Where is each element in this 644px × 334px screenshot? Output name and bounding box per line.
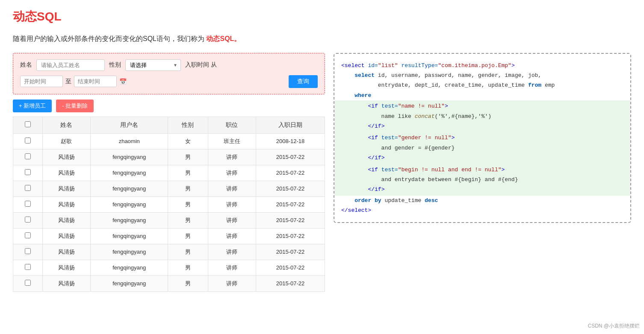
query-button[interactable]: 查询 — [289, 75, 318, 88]
code-line-10: </if> — [341, 153, 623, 163]
row-position-5: 讲师 — [208, 212, 256, 228]
row-checkbox-input-7[interactable] — [25, 248, 31, 254]
col-date: 入职日期 — [256, 117, 325, 133]
subtitle-highlight: 动态SQL。 — [206, 35, 241, 42]
row-username-3: fengqingyang — [91, 181, 168, 196]
row-checkbox-input-8[interactable] — [25, 264, 31, 270]
row-checkbox-4 — [13, 196, 43, 212]
table-row: 风清扬 fengqingyang 男 讲师 2015-07-22 — [13, 212, 325, 228]
row-position-8: 讲师 — [208, 260, 256, 275]
row-checkbox-input-0[interactable] — [25, 138, 31, 144]
row-gender-9: 男 — [168, 275, 208, 291]
gender-select[interactable]: 请选择 男 女 — [125, 59, 181, 71]
row-position-2: 讲师 — [208, 165, 256, 181]
row-date-1: 2015-07-22 — [256, 149, 325, 165]
row-gender-5: 男 — [168, 212, 208, 228]
green-section-2: <if test="gender != null"> and gender = … — [334, 132, 630, 164]
date-end-input[interactable] — [74, 76, 117, 87]
row-checkbox-6 — [13, 228, 43, 244]
code-line-6: name like concat('%',#{name},'%') — [341, 111, 623, 121]
row-gender-3: 男 — [168, 181, 208, 196]
row-gender-2: 男 — [168, 165, 208, 181]
row-date-6: 2015-07-22 — [256, 228, 325, 244]
row-checkbox-8 — [13, 260, 43, 275]
code-line-14: order by update_time desc — [341, 196, 623, 205]
row-gender-8: 男 — [168, 260, 208, 275]
row-checkbox-input-6[interactable] — [25, 232, 31, 238]
table-row: 风清扬 fengqingyang 男 讲师 2015-07-22 — [13, 275, 325, 291]
add-employee-button[interactable]: + 新增员工 — [13, 100, 52, 112]
row-checkbox-2 — [13, 165, 43, 181]
subtitle-text: 随着用户的输入或外部条件的变化而变化的SQL语句，我们称为 — [13, 35, 206, 42]
row-gender-1: 男 — [168, 149, 208, 165]
row-date-7: 2015-07-22 — [256, 244, 325, 260]
page-title: 动态SQL — [13, 9, 631, 25]
table-row: 风清扬 fengqingyang 男 讲师 2015-07-22 — [13, 181, 325, 196]
search-bar: 姓名 性别 请选择 男 女 入职时间 从 至 📅 查询 — [13, 53, 325, 94]
row-date-9: 2015-07-22 — [256, 275, 325, 291]
col-checkbox — [13, 117, 43, 133]
row-username-5: fengqingyang — [91, 212, 168, 228]
row-name-9: 风清扬 — [42, 275, 91, 291]
row-checkbox-5 — [13, 212, 43, 228]
row-date-5: 2015-07-22 — [256, 212, 325, 228]
row-username-7: fengqingyang — [91, 244, 168, 260]
code-line-2: select id, username, password, name, gen… — [341, 70, 623, 80]
row-checkbox-input-4[interactable] — [25, 201, 31, 207]
row-username-1: fengqingyang — [91, 149, 168, 165]
row-checkbox-1 — [13, 149, 43, 165]
code-line-9: and gender = #{gender} — [341, 143, 623, 153]
row-name-1: 风清扬 — [42, 149, 91, 165]
batch-delete-button[interactable]: - 批量删除 — [56, 100, 94, 112]
green-section-1: <if test="name != null"> name like conca… — [334, 100, 630, 132]
code-line-5: <if test="name != null"> — [341, 101, 623, 111]
code-line-1: <select id="list" resultType="com.itheim… — [341, 61, 623, 70]
name-input[interactable] — [36, 59, 105, 71]
code-line-13: </if> — [341, 185, 623, 194]
row-checkbox-input-9[interactable] — [25, 280, 31, 286]
toolbar: + 新增员工 - 批量删除 — [13, 100, 325, 112]
table-row: 风清扬 fengqingyang 男 讲师 2015-07-22 — [13, 228, 325, 244]
row-checkbox-input-1[interactable] — [25, 153, 31, 159]
date-to-label: 至 — [65, 78, 71, 85]
row-position-0: 班主任 — [208, 133, 256, 149]
row-position-7: 讲师 — [208, 244, 256, 260]
row-checkbox-input-3[interactable] — [25, 185, 31, 191]
row-checkbox-9 — [13, 275, 43, 291]
gender-label: 性别 — [109, 61, 121, 69]
table-body: 赵歌 zhaomin 女 班主任 2008-12-18 风清扬 fengqing… — [13, 133, 325, 291]
row-position-9: 讲师 — [208, 275, 256, 291]
table-header-row: 姓名 用户名 性别 职位 入职日期 — [13, 117, 325, 133]
date-range: 至 📅 — [20, 76, 127, 87]
row-name-5: 风清扬 — [42, 212, 91, 228]
row-checkbox-7 — [13, 244, 43, 260]
row-checkbox-input-2[interactable] — [25, 169, 31, 175]
row-date-8: 2015-07-22 — [256, 260, 325, 275]
row-position-3: 讲师 — [208, 181, 256, 196]
code-line-12: and entrydate between #{begin} and #{end… — [341, 175, 623, 185]
gender-select-wrapper: 请选择 男 女 — [125, 59, 181, 71]
table-row: 风清扬 fengqingyang 男 讲师 2015-07-22 — [13, 165, 325, 181]
row-username-8: fengqingyang — [91, 260, 168, 275]
row-username-0: zhaomin — [91, 133, 168, 149]
calendar-icon: 📅 — [119, 78, 127, 85]
date-start-input[interactable] — [20, 76, 63, 87]
code-line-8: <if test="gender != null"> — [341, 133, 623, 143]
code-line-11: <if test="begin != null and end != null"… — [341, 165, 623, 175]
row-checkbox-input-5[interactable] — [25, 217, 31, 223]
select-all-checkbox[interactable] — [25, 121, 31, 127]
row-name-0: 赵歌 — [42, 133, 91, 149]
green-section-3: <if test="begin != null and end != null"… — [334, 164, 630, 196]
row-name-6: 风清扬 — [42, 228, 91, 244]
table-row: 风清扬 fengqingyang 男 讲师 2015-07-22 — [13, 244, 325, 260]
table-row: 赵歌 zhaomin 女 班主任 2008-12-18 — [13, 133, 325, 149]
col-username: 用户名 — [91, 117, 168, 133]
row-date-3: 2015-07-22 — [256, 181, 325, 196]
date-label: 入职时间 从 — [185, 61, 217, 69]
main-layout: 姓名 性别 请选择 男 女 入职时间 从 至 📅 查询 + 新增员工 — [13, 53, 631, 292]
row-position-1: 讲师 — [208, 149, 256, 165]
col-position: 职位 — [208, 117, 256, 133]
code-line-7: </if> — [341, 121, 623, 131]
row-date-4: 2015-07-22 — [256, 196, 325, 212]
row-username-2: fengqingyang — [91, 165, 168, 181]
